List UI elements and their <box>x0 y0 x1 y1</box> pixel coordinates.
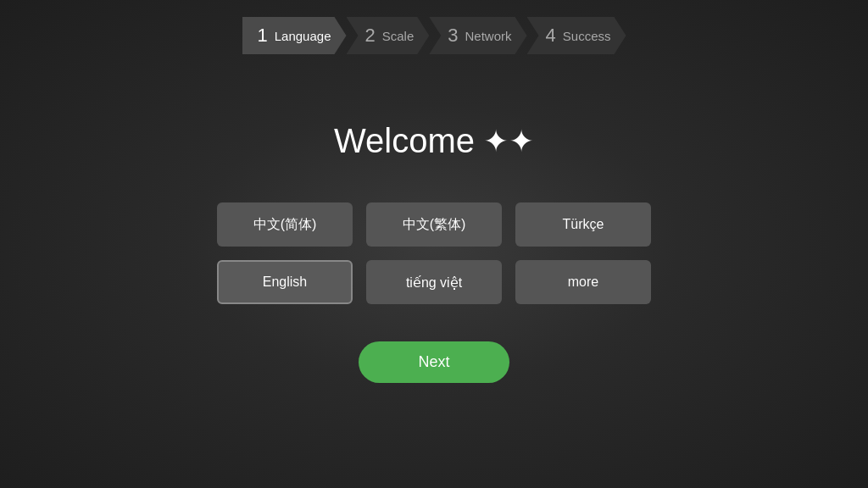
step-4-label: Success <box>563 29 611 43</box>
lang-btn-turkish[interactable]: Türkçe <box>515 202 651 247</box>
step-1-label: Language <box>275 29 331 43</box>
step-2[interactable]: 2 Scale <box>347 17 430 54</box>
next-button[interactable]: Next <box>359 341 509 383</box>
step-4[interactable]: 4 Success <box>527 17 626 54</box>
step-3[interactable]: 3 Network <box>429 17 526 54</box>
step-2-label: Scale <box>382 29 415 43</box>
step-3-number: 3 <box>448 25 458 47</box>
stepper: 1 Language 2 Scale 3 Network 4 Success <box>242 17 626 54</box>
step-1-number: 1 <box>258 25 268 47</box>
step-2-number: 2 <box>365 25 376 47</box>
step-1[interactable]: 1 Language <box>242 17 347 54</box>
step-4-number: 4 <box>546 25 556 47</box>
lang-btn-english[interactable]: English <box>217 260 353 304</box>
language-grid: 中文(简体) 中文(繁体) Türkçe English tiếng việt … <box>217 202 651 304</box>
lang-btn-zh-simplified[interactable]: 中文(简体) <box>217 202 353 247</box>
sparkle-icon: ✦✦ <box>483 124 534 159</box>
lang-btn-zh-traditional[interactable]: 中文(繁体) <box>366 202 502 247</box>
welcome-text: Welcome <box>334 122 475 160</box>
welcome-title: Welcome ✦✦ <box>334 122 534 160</box>
lang-btn-more[interactable]: more <box>515 260 651 304</box>
step-3-label: Network <box>465 29 512 43</box>
lang-btn-vietnamese[interactable]: tiếng việt <box>366 260 502 304</box>
